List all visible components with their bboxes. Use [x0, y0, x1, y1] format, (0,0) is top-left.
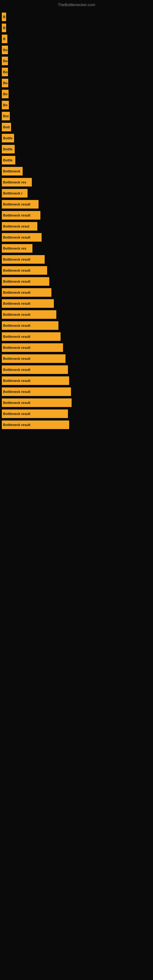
bar-fill: Bottleneck result: [2, 387, 71, 396]
bar-item: Bottleneck result: [2, 364, 151, 375]
bar-item: Bottleneck result: [2, 353, 151, 364]
bar-fill: Bottleneck: [2, 167, 22, 175]
bar-item: Bottleneck result: [2, 408, 151, 419]
bar-fill: Bo: [2, 101, 9, 109]
bar-item: Bo: [2, 56, 151, 67]
bar-item: Bo: [2, 100, 151, 111]
bar-label: Bottleneck result: [3, 202, 30, 206]
bar-item: Bottleneck res: [2, 177, 151, 188]
bar-fill: Bottle: [2, 145, 15, 153]
bar-fill: Bottle: [2, 134, 14, 142]
bar-label: Bo: [3, 103, 8, 107]
bar-label: Bottleneck r: [3, 191, 22, 195]
bar-fill: Bottleneck res: [2, 244, 32, 253]
bar-item: Bo: [2, 89, 151, 100]
bar-label: Bottleneck result: [3, 423, 30, 426]
bar-fill: Bottleneck result: [2, 332, 61, 341]
bar-label: Bottleneck result: [3, 335, 30, 339]
bar-label: Bo: [3, 59, 8, 63]
bar-label: Bottleneck result: [3, 313, 30, 317]
bar-item: Bottle: [2, 133, 151, 144]
bar-item: Bottleneck r: [2, 188, 151, 199]
bar-fill: Bottleneck result: [2, 409, 68, 418]
bar-item: Bottleneck result: [2, 287, 151, 298]
bar-fill: Bottleneck resul: [2, 222, 37, 231]
bar-label: Bottleneck result: [3, 357, 30, 360]
bar-item: Bot: [2, 111, 151, 122]
bar-fill: Bottleneck result: [2, 200, 38, 208]
bar-item: Bo: [2, 78, 151, 89]
bar-fill: Bottleneck result: [2, 299, 54, 308]
bar-label: Bottleneck result: [3, 235, 30, 239]
bar-fill: B: [2, 24, 6, 32]
bar-item: Bottleneck result: [2, 298, 151, 309]
bar-item: Bottleneck result: [2, 375, 151, 386]
bar-label: Bott: [3, 125, 10, 129]
bar-label: Bottleneck result: [3, 258, 30, 261]
bar-label: Bottleneck result: [3, 302, 30, 305]
bar-item: Bottleneck result: [2, 386, 151, 397]
bar-fill: Bottleneck result: [2, 255, 45, 264]
bar-fill: Bottle: [2, 156, 15, 164]
bar-fill: Bottleneck result: [2, 343, 63, 352]
bar-label: Bot: [3, 114, 9, 118]
bar-item: Bottleneck: [2, 166, 151, 177]
bar-label: Bottleneck res: [3, 247, 26, 250]
bar-item: Bottleneck resul: [2, 221, 151, 232]
site-title: TheBottlenecker.com: [0, 0, 153, 8]
bar-fill: Bo: [2, 79, 8, 87]
bar-fill: Bottleneck result: [2, 266, 47, 275]
bar-label: Bottle: [3, 147, 13, 151]
bar-fill: Bottleneck result: [2, 354, 65, 363]
bar-item: Bottleneck result: [2, 419, 151, 430]
bar-label: Bottleneck result: [3, 280, 30, 283]
bar-item: Bottleneck result: [2, 320, 151, 331]
bar-label: Bottleneck result: [3, 324, 30, 328]
bar-item: Bottleneck result: [2, 276, 151, 287]
bar-label: B: [3, 15, 5, 19]
bar-label: Bottleneck result: [3, 213, 30, 217]
bar-fill: Bottleneck result: [2, 233, 41, 242]
bar-fill: Bottleneck result: [2, 277, 49, 286]
bar-item: Bottleneck result: [2, 342, 151, 353]
bar-label: Bottleneck result: [3, 379, 30, 382]
bar-fill: Bottleneck result: [2, 420, 69, 429]
bar-fill: Bot: [2, 112, 10, 120]
bar-label: Bottleneck res: [3, 180, 26, 184]
bar-fill: Bo: [2, 68, 8, 76]
bar-fill: Bottleneck result: [2, 376, 69, 385]
bar-item: Bottleneck result: [2, 254, 151, 265]
bar-label: Bottleneck result: [3, 368, 30, 371]
bar-label: Bottle: [3, 158, 13, 162]
bar-fill: Bottleneck result: [2, 365, 68, 374]
bar-label: Bo: [3, 92, 8, 96]
bar-item: Bottleneck result: [2, 210, 151, 221]
bar-item: Bottleneck result: [2, 265, 151, 276]
bar-fill: Bott: [2, 123, 11, 131]
bar-fill: B: [2, 35, 7, 43]
bar-item: Bott: [2, 122, 151, 133]
bar-item: Bottleneck result: [2, 331, 151, 342]
bar-fill: Bottleneck result: [2, 310, 56, 319]
bar-item: Bottleneck result: [2, 232, 151, 243]
bar-fill: Bo: [2, 57, 8, 65]
bar-item: Bo: [2, 67, 151, 78]
bar-label: Bo: [3, 48, 8, 52]
bar-item: Bo: [2, 45, 151, 56]
bar-label: Bottle: [3, 136, 13, 140]
bar-item: B: [2, 11, 151, 22]
bar-fill: B: [2, 13, 6, 21]
bar-label: Bottleneck result: [3, 390, 30, 393]
bar-item: B: [2, 33, 151, 45]
bar-item: Bottle: [2, 144, 151, 155]
bar-label: Bottleneck result: [3, 346, 30, 350]
bar-fill: Bottleneck result: [2, 211, 40, 220]
bar-label: Bottleneck result: [3, 401, 30, 404]
bar-item: Bottleneck res: [2, 243, 151, 254]
bar-label: Bottleneck result: [3, 291, 30, 294]
bar-label: Bottleneck: [3, 169, 20, 173]
bar-fill: Bottleneck result: [2, 321, 59, 330]
bar-item: Bottleneck result: [2, 397, 151, 408]
bar-item: Bottle: [2, 155, 151, 166]
bar-item: Bottleneck result: [2, 309, 151, 320]
